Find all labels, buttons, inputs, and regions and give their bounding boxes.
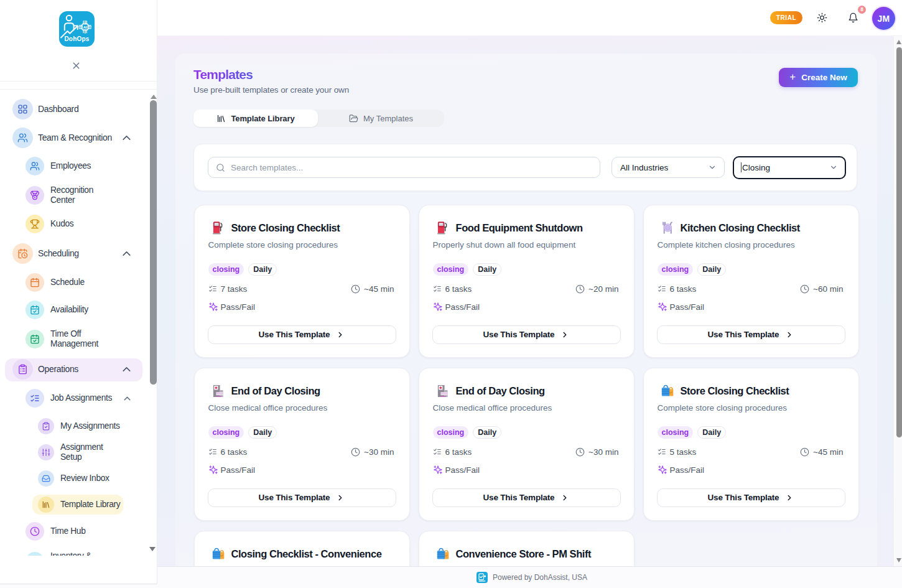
svg-text:AI: AI — [83, 25, 87, 29]
svg-text:DohOps: DohOps — [64, 35, 89, 42]
